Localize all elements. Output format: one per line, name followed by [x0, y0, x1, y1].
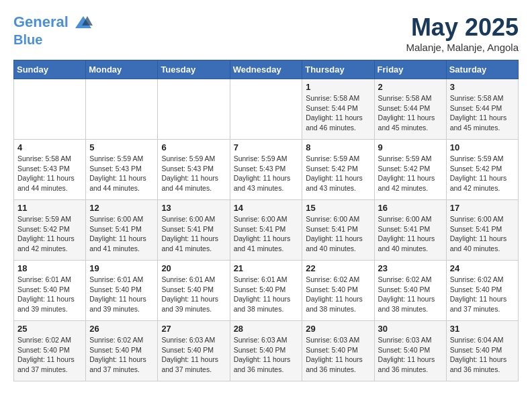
- calendar-cell: 31Sunrise: 6:04 AM Sunset: 5:40 PM Dayli…: [446, 321, 518, 381]
- day-info: Sunrise: 5:59 AM Sunset: 5:43 PM Dayligh…: [234, 154, 299, 193]
- subtitle: Malanje, Malanje, Angola: [406, 42, 519, 53]
- weekday-header: Sunday: [14, 60, 86, 79]
- day-number: 15: [306, 203, 370, 213]
- calendar-cell: 18Sunrise: 6:01 AM Sunset: 5:40 PM Dayli…: [14, 261, 86, 321]
- calendar-table: SundayMondayTuesdayWednesdayThursdayFrid…: [13, 60, 519, 381]
- logo-blue: Blue: [13, 32, 93, 47]
- day-info: Sunrise: 5:59 AM Sunset: 5:43 PM Dayligh…: [161, 154, 226, 193]
- calendar-cell: 1Sunrise: 5:58 AM Sunset: 5:44 PM Daylig…: [302, 79, 374, 140]
- day-number: 9: [378, 142, 443, 152]
- logo-text: General: [13, 13, 93, 32]
- calendar-week-row: 1Sunrise: 5:58 AM Sunset: 5:44 PM Daylig…: [14, 79, 519, 140]
- logo-icon: [74, 13, 93, 32]
- day-info: Sunrise: 6:00 AM Sunset: 5:41 PM Dayligh…: [234, 214, 299, 254]
- day-info: Sunrise: 5:59 AM Sunset: 5:42 PM Dayligh…: [378, 154, 443, 193]
- weekday-header: Friday: [374, 60, 446, 79]
- calendar-cell: 16Sunrise: 6:00 AM Sunset: 5:41 PM Dayli…: [374, 200, 446, 261]
- calendar-cell: [230, 79, 302, 140]
- day-info: Sunrise: 6:00 AM Sunset: 5:41 PM Dayligh…: [378, 214, 443, 254]
- calendar-cell: 26Sunrise: 6:02 AM Sunset: 5:40 PM Dayli…: [86, 321, 158, 381]
- weekday-header: Tuesday: [158, 60, 230, 79]
- day-info: Sunrise: 6:02 AM Sunset: 5:40 PM Dayligh…: [378, 275, 443, 314]
- day-info: Sunrise: 6:03 AM Sunset: 5:40 PM Dayligh…: [306, 335, 370, 375]
- day-number: 7: [234, 142, 299, 152]
- logo: General Blue: [13, 13, 93, 47]
- day-info: Sunrise: 6:00 AM Sunset: 5:41 PM Dayligh…: [89, 214, 154, 254]
- calendar-cell: 12Sunrise: 6:00 AM Sunset: 5:41 PM Dayli…: [86, 200, 158, 261]
- day-number: 8: [306, 142, 370, 152]
- calendar-cell: 17Sunrise: 6:00 AM Sunset: 5:41 PM Dayli…: [446, 200, 518, 261]
- month-title: May 2025: [406, 13, 519, 42]
- page-header: General Blue May 2025 Malanje, Malanje, …: [13, 13, 519, 53]
- calendar-cell: 8Sunrise: 5:59 AM Sunset: 5:42 PM Daylig…: [302, 140, 374, 200]
- day-number: 19: [89, 263, 154, 273]
- day-number: 29: [306, 324, 370, 334]
- day-number: 3: [450, 82, 515, 92]
- day-number: 20: [161, 263, 226, 273]
- calendar-week-row: 25Sunrise: 6:02 AM Sunset: 5:40 PM Dayli…: [14, 321, 519, 381]
- day-info: Sunrise: 6:01 AM Sunset: 5:40 PM Dayligh…: [89, 275, 154, 314]
- calendar-cell: 27Sunrise: 6:03 AM Sunset: 5:40 PM Dayli…: [158, 321, 230, 381]
- day-info: Sunrise: 6:03 AM Sunset: 5:40 PM Dayligh…: [234, 335, 299, 375]
- calendar-cell: 28Sunrise: 6:03 AM Sunset: 5:40 PM Dayli…: [230, 321, 302, 381]
- day-info: Sunrise: 5:59 AM Sunset: 5:43 PM Dayligh…: [89, 154, 154, 193]
- calendar-cell: 22Sunrise: 6:02 AM Sunset: 5:40 PM Dayli…: [302, 261, 374, 321]
- calendar-cell: 11Sunrise: 5:59 AM Sunset: 5:42 PM Dayli…: [14, 200, 86, 261]
- calendar-cell: 10Sunrise: 5:59 AM Sunset: 5:42 PM Dayli…: [446, 140, 518, 200]
- day-number: 6: [161, 142, 226, 152]
- day-info: Sunrise: 6:02 AM Sunset: 5:40 PM Dayligh…: [17, 335, 82, 375]
- day-number: 28: [234, 324, 299, 334]
- calendar-cell: 21Sunrise: 6:01 AM Sunset: 5:40 PM Dayli…: [230, 261, 302, 321]
- calendar-cell: 20Sunrise: 6:01 AM Sunset: 5:40 PM Dayli…: [158, 261, 230, 321]
- calendar-cell: 3Sunrise: 5:58 AM Sunset: 5:44 PM Daylig…: [446, 79, 518, 140]
- day-info: Sunrise: 5:59 AM Sunset: 5:42 PM Dayligh…: [306, 154, 370, 193]
- day-info: Sunrise: 5:58 AM Sunset: 5:43 PM Dayligh…: [17, 154, 82, 193]
- calendar-cell: 29Sunrise: 6:03 AM Sunset: 5:40 PM Dayli…: [302, 321, 374, 381]
- calendar-cell: [14, 79, 86, 140]
- calendar-cell: 15Sunrise: 6:00 AM Sunset: 5:41 PM Dayli…: [302, 200, 374, 261]
- day-info: Sunrise: 5:58 AM Sunset: 5:44 PM Dayligh…: [306, 93, 370, 133]
- calendar-cell: 25Sunrise: 6:02 AM Sunset: 5:40 PM Dayli…: [14, 321, 86, 381]
- day-info: Sunrise: 5:58 AM Sunset: 5:44 PM Dayligh…: [450, 93, 515, 133]
- calendar-week-row: 18Sunrise: 6:01 AM Sunset: 5:40 PM Dayli…: [14, 261, 519, 321]
- day-info: Sunrise: 6:02 AM Sunset: 5:40 PM Dayligh…: [306, 275, 370, 314]
- day-number: 24: [450, 263, 515, 273]
- day-info: Sunrise: 6:01 AM Sunset: 5:40 PM Dayligh…: [234, 275, 299, 314]
- calendar-week-row: 4Sunrise: 5:58 AM Sunset: 5:43 PM Daylig…: [14, 140, 519, 200]
- day-number: 18: [17, 263, 82, 273]
- day-info: Sunrise: 6:00 AM Sunset: 5:41 PM Dayligh…: [161, 214, 226, 254]
- day-number: 23: [378, 263, 443, 273]
- day-number: 11: [17, 203, 82, 213]
- calendar-week-row: 11Sunrise: 5:59 AM Sunset: 5:42 PM Dayli…: [14, 200, 519, 261]
- day-number: 17: [450, 203, 515, 213]
- calendar-cell: 30Sunrise: 6:03 AM Sunset: 5:40 PM Dayli…: [374, 321, 446, 381]
- calendar-cell: 5Sunrise: 5:59 AM Sunset: 5:43 PM Daylig…: [86, 140, 158, 200]
- day-number: 31: [450, 324, 515, 334]
- calendar-cell: 24Sunrise: 6:02 AM Sunset: 5:40 PM Dayli…: [446, 261, 518, 321]
- day-info: Sunrise: 6:03 AM Sunset: 5:40 PM Dayligh…: [378, 335, 443, 375]
- day-info: Sunrise: 6:00 AM Sunset: 5:41 PM Dayligh…: [450, 214, 515, 254]
- day-info: Sunrise: 6:01 AM Sunset: 5:40 PM Dayligh…: [161, 275, 226, 314]
- calendar-cell: 2Sunrise: 5:58 AM Sunset: 5:44 PM Daylig…: [374, 79, 446, 140]
- calendar-cell: 13Sunrise: 6:00 AM Sunset: 5:41 PM Dayli…: [158, 200, 230, 261]
- day-number: 14: [234, 203, 299, 213]
- calendar-cell: 19Sunrise: 6:01 AM Sunset: 5:40 PM Dayli…: [86, 261, 158, 321]
- day-number: 21: [234, 263, 299, 273]
- calendar-cell: 23Sunrise: 6:02 AM Sunset: 5:40 PM Dayli…: [374, 261, 446, 321]
- day-info: Sunrise: 5:59 AM Sunset: 5:42 PM Dayligh…: [17, 214, 82, 254]
- calendar-cell: 7Sunrise: 5:59 AM Sunset: 5:43 PM Daylig…: [230, 140, 302, 200]
- day-number: 5: [89, 142, 154, 152]
- calendar-cell: 9Sunrise: 5:59 AM Sunset: 5:42 PM Daylig…: [374, 140, 446, 200]
- calendar-cell: [158, 79, 230, 140]
- day-info: Sunrise: 6:00 AM Sunset: 5:41 PM Dayligh…: [306, 214, 370, 254]
- weekday-header: Thursday: [302, 60, 374, 79]
- day-number: 13: [161, 203, 226, 213]
- day-number: 1: [306, 82, 370, 92]
- day-number: 4: [17, 142, 82, 152]
- day-info: Sunrise: 6:02 AM Sunset: 5:40 PM Dayligh…: [450, 275, 515, 314]
- day-info: Sunrise: 6:04 AM Sunset: 5:40 PM Dayligh…: [450, 335, 515, 375]
- day-info: Sunrise: 6:02 AM Sunset: 5:40 PM Dayligh…: [89, 335, 154, 375]
- day-number: 2: [378, 82, 443, 92]
- weekday-header-row: SundayMondayTuesdayWednesdayThursdayFrid…: [14, 60, 519, 79]
- day-number: 16: [378, 203, 443, 213]
